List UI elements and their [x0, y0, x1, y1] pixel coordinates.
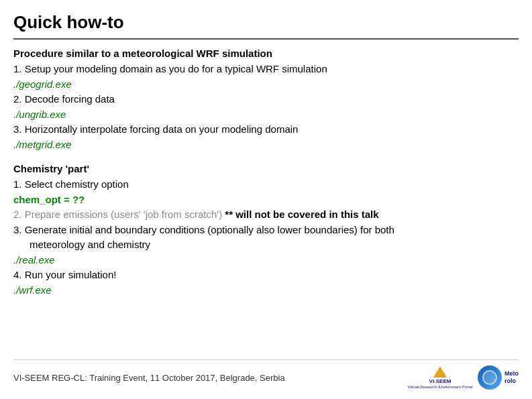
content-area: Procedure similar to a meteorological WR…	[13, 48, 519, 359]
list-item-exe: ./wrf.exe	[13, 283, 519, 298]
viseem-logo: VI-SEEM Virtual Research Environment Por…	[407, 366, 474, 389]
meteo-logo: Metorolo	[478, 365, 519, 390]
list-item-chem-opt: chem_opt = ??	[13, 192, 519, 208]
list-item-exe: ./metgrid.exe	[13, 137, 519, 153]
list-item-indent: meteorology and chemistry	[13, 237, 519, 253]
list-item: 1. Select chemistry option	[13, 177, 519, 192]
footer: VI-SEEM REG-CL: Training Event, 11 Octob…	[13, 359, 519, 390]
divider	[13, 38, 519, 40]
meteo-inner-circle	[482, 370, 497, 385]
meteo-circle-icon	[478, 365, 502, 390]
list-item: 2. Decode forcing data	[13, 92, 519, 107]
list-item: 1. Setup your modeling domain as you do …	[13, 62, 519, 77]
item-bold-text: ** will not be covered in this talk	[225, 209, 378, 220]
list-item-exe: ./geogrid.exe	[13, 77, 519, 93]
list-item: 3. Horizontally interpolate forcing data…	[13, 122, 519, 137]
list-item-exe: ./real.exe	[13, 253, 519, 268]
list-item: 2. Prepare emissions (users' 'job from s…	[13, 207, 519, 223]
list-item: 4. Run your simulation!	[13, 268, 519, 283]
list-item-exe: ./ungrib.exe	[13, 107, 519, 123]
item-gray-text: 2. Prepare emissions (users' 'job from s…	[13, 209, 225, 220]
section1-heading: Procedure similar to a meteorological WR…	[13, 48, 519, 59]
page-title: Quick how-to	[13, 12, 519, 33]
list-item: 3. Generate initial and boundary conditi…	[13, 223, 519, 238]
viseem-subtitle: Virtual Research Environment Portal	[408, 385, 473, 390]
slide-container: Quick how-to Procedure similar to a mete…	[0, 0, 532, 399]
footer-logos: VI-SEEM Virtual Research Environment Por…	[407, 365, 519, 390]
section-wrf: Procedure similar to a meteorological WR…	[13, 48, 519, 152]
meteo-text: Metorolo	[504, 370, 519, 385]
section2-heading: Chemistry 'part'	[13, 163, 519, 174]
viseem-triangle-icon	[433, 366, 447, 378]
viseem-name: VI-SEEM	[429, 379, 451, 385]
section-chemistry: Chemistry 'part' 1. Select chemistry opt…	[13, 163, 519, 298]
footer-text: VI-SEEM REG-CL: Training Event, 11 Octob…	[13, 373, 285, 383]
